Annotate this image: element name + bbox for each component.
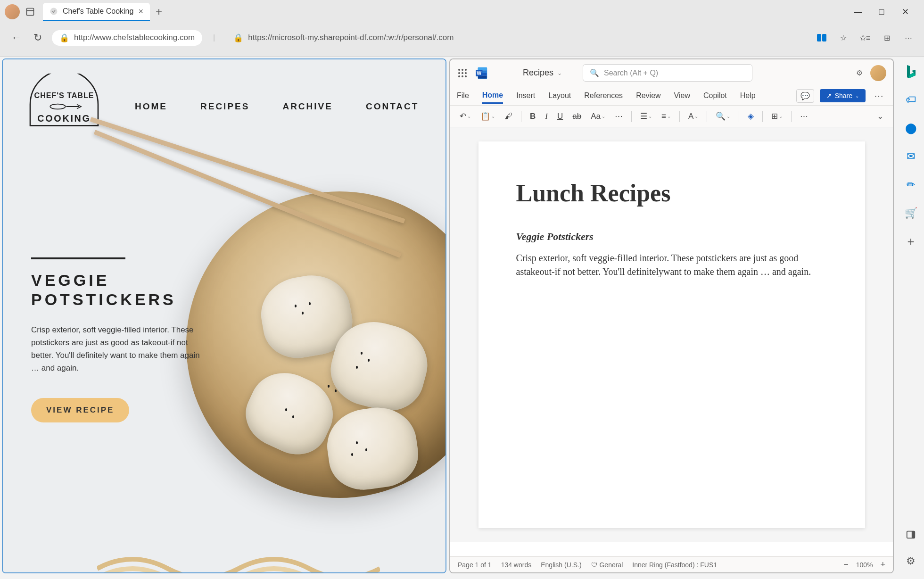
nav-archive[interactable]: ARCHIVE — [282, 101, 333, 112]
font-more-button[interactable]: ⋯ — [612, 109, 626, 123]
split-screen-icon[interactable] — [816, 32, 828, 44]
doc-title[interactable]: Lunch Recipes — [516, 179, 827, 207]
comments-button[interactable]: 💬 — [796, 89, 814, 103]
tab-file[interactable]: File — [457, 89, 469, 103]
svg-point-15 — [458, 75, 460, 77]
chef-logo[interactable]: CHEF'S TABLE COOKING — [22, 74, 107, 140]
tab-home[interactable]: Home — [482, 88, 503, 104]
sidebar-add-button[interactable]: + — [902, 233, 919, 250]
maximize-button[interactable]: □ — [877, 7, 886, 17]
app-launcher-icon[interactable] — [457, 67, 468, 79]
url-separator: | — [213, 33, 215, 42]
svg-rect-4 — [822, 34, 826, 41]
url-text-left: http://www.chefstablecooking.com — [74, 33, 195, 42]
nav-recipes[interactable]: RECIPES — [200, 101, 249, 112]
zoom-in-button[interactable]: + — [880, 560, 885, 570]
status-ring: Inner Ring (Fastfood) : FUS1 — [632, 561, 717, 569]
document-canvas[interactable]: Lunch Recipes Veggie Potstickers Crisp e… — [450, 127, 893, 542]
left-pane: CHEF'S TABLE COOKING HOME RECIPES ARCHIV… — [2, 58, 446, 573]
chevron-down-icon[interactable]: ⌄ — [557, 70, 562, 76]
tab-copilot[interactable]: Copilot — [703, 89, 727, 103]
more-menu-icon[interactable]: ⋯ — [902, 32, 915, 44]
bing-chat-icon[interactable] — [902, 63, 919, 80]
address-bar-left[interactable]: 🔒 http://www.chefstablecooking.com — [52, 30, 202, 46]
svg-text:CHEF'S TABLE: CHEF'S TABLE — [34, 91, 94, 99]
tab-layout[interactable]: Layout — [548, 89, 571, 103]
hero-title: VEGGIEPOTSTICKERS — [31, 271, 201, 309]
right-pane: W Recipes ⌄ 🔍 Search (Alt + Q) ⚙ File Ho… — [449, 58, 894, 573]
status-general[interactable]: 🛡 General — [591, 561, 623, 569]
underline-button[interactable]: U — [554, 110, 566, 123]
copilot-button[interactable]: ◈ — [745, 109, 757, 123]
sidebar-circle-icon[interactable]: ⬤ — [902, 120, 919, 137]
ribbon-collapse-button[interactable]: ⌄ — [874, 109, 886, 123]
document-page[interactable]: Lunch Recipes Veggie Potstickers Crisp e… — [478, 141, 865, 528]
hero-description: Crisp exterior, soft veggie-filled inter… — [31, 323, 201, 375]
sidebar-outlook-icon[interactable]: ✉ — [902, 148, 919, 165]
lock-icon: 🔒 — [59, 33, 69, 43]
refresh-button[interactable]: ↻ — [31, 31, 45, 45]
nav-contact[interactable]: CONTACT — [366, 101, 419, 112]
browser-tab[interactable]: Chef's Table Cooking × — [43, 3, 150, 21]
strikethrough-button[interactable]: ab — [569, 110, 584, 123]
document-name[interactable]: Recipes — [523, 68, 553, 78]
status-page[interactable]: Page 1 of 1 — [458, 561, 492, 569]
find-button[interactable]: 🔍⌄ — [713, 109, 733, 123]
collections-icon[interactable]: ⊞ — [881, 32, 893, 44]
styles-button[interactable]: A⌄ — [685, 110, 701, 123]
tab-view[interactable]: View — [674, 89, 690, 103]
svg-point-14 — [465, 72, 467, 74]
doc-body[interactable]: Crisp exterior, soft veggie-filled inter… — [516, 251, 827, 279]
minimize-button[interactable]: — — [853, 7, 863, 17]
new-tab-button[interactable]: + — [156, 5, 162, 18]
table-button[interactable]: ⊞⌄ — [768, 109, 785, 123]
ribbon-more-button[interactable]: ⋯ — [871, 90, 886, 101]
sidebar-tag-icon[interactable]: 🏷 — [902, 91, 919, 108]
svg-point-2 — [50, 8, 58, 15]
tab-help[interactable]: Help — [740, 89, 756, 103]
share-button[interactable]: ↗ Share ⌄ — [820, 89, 866, 102]
tab-insert[interactable]: Insert — [516, 89, 535, 103]
share-icon: ↗ — [826, 92, 832, 99]
font-size-button[interactable]: Aa⌄ — [588, 110, 608, 123]
zoom-level[interactable]: 100% — [856, 561, 873, 569]
view-recipe-button[interactable]: VIEW RECIPE — [31, 398, 129, 422]
tab-review[interactable]: Review — [636, 89, 660, 103]
italic-button[interactable]: I — [542, 110, 551, 123]
svg-text:COOKING: COOKING — [37, 113, 91, 124]
svg-rect-3 — [817, 34, 821, 41]
search-input[interactable]: 🔍 Search (Alt + Q) — [583, 64, 752, 82]
search-placeholder: Search (Alt + Q) — [604, 69, 658, 77]
close-window-button[interactable]: ✕ — [900, 7, 910, 17]
status-words[interactable]: 134 words — [501, 561, 532, 569]
back-button[interactable]: ← — [9, 31, 24, 45]
word-app-icon[interactable]: W — [475, 66, 488, 80]
profile-avatar[interactable] — [5, 4, 20, 19]
tab-close-icon[interactable]: × — [138, 7, 143, 17]
format-painter-button[interactable]: 🖌 — [502, 110, 515, 123]
tab-actions-icon[interactable] — [25, 6, 36, 17]
zoom-out-button[interactable]: − — [843, 560, 849, 570]
sidebar-edit-icon[interactable]: ✏ — [902, 176, 919, 193]
user-avatar[interactable] — [870, 65, 886, 81]
nav-home[interactable]: HOME — [135, 101, 167, 112]
status-language[interactable]: English (U.S.) — [541, 561, 581, 569]
undo-button[interactable]: ↶⌄ — [457, 109, 474, 123]
sidebar-shopping-icon[interactable]: 🛒 — [902, 205, 919, 222]
settings-icon[interactable]: ⚙ — [856, 68, 863, 77]
tab-references[interactable]: References — [584, 89, 623, 103]
address-bar-right[interactable]: 🔒 https://microsoft-my.sharepoint-df.com… — [226, 30, 461, 46]
toolbar-more-button[interactable]: ⋯ — [797, 109, 811, 123]
bullets-button[interactable]: ☰⌄ — [637, 109, 655, 123]
svg-rect-26 — [912, 531, 915, 538]
doc-subtitle[interactable]: Veggie Potstickers — [516, 231, 827, 243]
sidebar-toggle-icon[interactable] — [902, 526, 919, 543]
sidebar-settings-icon[interactable]: ⚙ — [902, 553, 919, 570]
search-icon: 🔍 — [590, 68, 599, 77]
favorites-list-icon[interactable]: ✩≡ — [859, 32, 871, 44]
favorite-icon[interactable]: ☆ — [837, 32, 850, 44]
paste-button[interactable]: 📋⌄ — [478, 109, 498, 123]
bold-button[interactable]: B — [527, 110, 538, 123]
align-button[interactable]: ≡⌄ — [659, 110, 674, 123]
svg-point-16 — [462, 75, 463, 77]
